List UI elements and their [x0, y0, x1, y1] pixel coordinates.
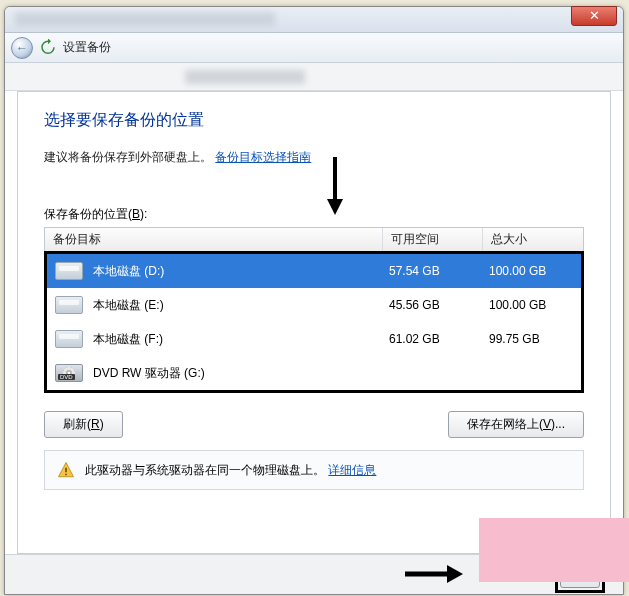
warning-box: 此驱动器与系统驱动器在同一个物理磁盘上。 详细信息	[44, 450, 584, 490]
drive-row-d[interactable]: 本地磁盘 (D:) 57.54 GB 100.00 GB	[47, 254, 581, 288]
drive-table: 本地磁盘 (D:) 57.54 GB 100.00 GB 本地磁盘 (E:) 4…	[44, 251, 584, 393]
save-network-button[interactable]: 保存在网络上(V)...	[448, 411, 584, 438]
warning-icon	[57, 461, 75, 479]
close-button[interactable]: ✕	[571, 6, 617, 26]
back-button[interactable]: ←	[11, 37, 33, 59]
page-title: 选择要保存备份的位置	[44, 110, 584, 131]
subheader-blur	[185, 70, 305, 84]
next-button[interactable]: 下	[560, 561, 600, 588]
toolbar-label: 设置备份	[63, 39, 111, 56]
dvd-icon: DVD	[55, 364, 83, 382]
list-label: 保存备份的位置(B):	[44, 206, 584, 223]
table-header: 备份目标 可用空间 总大小	[44, 227, 584, 251]
hdd-icon	[55, 330, 83, 348]
close-icon: ✕	[589, 8, 600, 23]
arrow-left-icon: ←	[16, 41, 28, 55]
backup-icon	[39, 39, 57, 57]
titlebar-blur	[15, 12, 275, 26]
guide-link[interactable]: 备份目标选择指南	[215, 150, 311, 164]
col-target[interactable]: 备份目标	[45, 228, 383, 251]
col-free[interactable]: 可用空间	[383, 228, 483, 251]
hdd-icon	[55, 296, 83, 314]
drive-row-e[interactable]: 本地磁盘 (E:) 45.56 GB 100.00 GB	[47, 288, 581, 322]
recommendation-text: 建议将备份保存到外部硬盘上。 备份目标选择指南	[44, 149, 584, 166]
footer: 下	[5, 554, 623, 594]
toolbar: ← 设置备份	[5, 33, 623, 63]
drive-row-f[interactable]: 本地磁盘 (F:) 61.02 GB 99.75 GB	[47, 322, 581, 356]
subheader	[5, 63, 623, 91]
svg-rect-1	[65, 474, 67, 476]
content-panel: 选择要保存备份的位置 建议将备份保存到外部硬盘上。 备份目标选择指南 保存备份的…	[17, 91, 611, 554]
warning-link[interactable]: 详细信息	[328, 463, 376, 477]
next-highlight: 下	[555, 556, 605, 593]
svg-rect-0	[65, 468, 67, 473]
titlebar: ✕	[5, 7, 623, 33]
warning-text: 此驱动器与系统驱动器在同一个物理磁盘上。	[85, 463, 325, 477]
hdd-icon	[55, 262, 83, 280]
drive-row-g[interactable]: DVDDVD RW 驱动器 (G:)	[47, 356, 581, 390]
backup-wizard-window: ✕ ← 设置备份 选择要保存备份的位置 建议将备份保存到外部硬盘上。 备份目标选…	[4, 6, 624, 595]
refresh-button[interactable]: 刷新(R)	[44, 411, 123, 438]
button-row: 刷新(R) 保存在网络上(V)...	[44, 411, 584, 438]
col-total[interactable]: 总大小	[483, 228, 583, 251]
